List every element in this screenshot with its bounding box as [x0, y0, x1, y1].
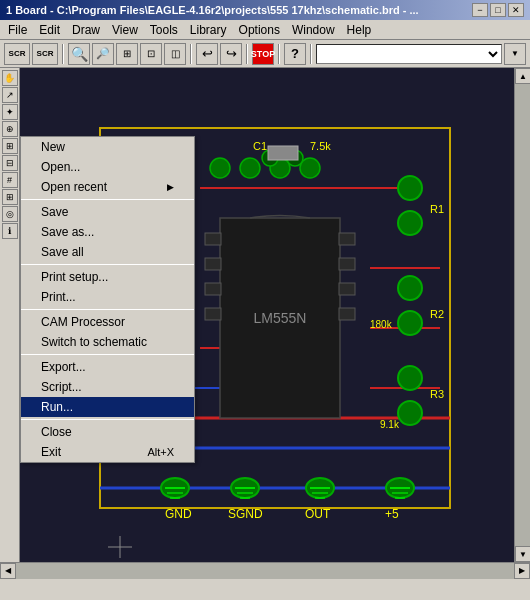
separator-1 — [21, 199, 194, 200]
svg-text:OUT: OUT — [305, 507, 331, 521]
menu-library[interactable]: Library — [184, 21, 233, 39]
svg-text:180k: 180k — [370, 319, 393, 330]
toolbar-sep5 — [310, 44, 312, 64]
help-button[interactable]: ? — [284, 43, 306, 65]
scroll-down-button[interactable]: ▼ — [515, 546, 530, 562]
menu-item-save-as[interactable]: Save as... — [21, 222, 194, 242]
title-bar-title: 1 Board - C:\Program Files\EAGLE-4.16r2\… — [6, 4, 419, 16]
toolbar: SCR SCR 🔍 🔎 ⊞ ⊡ ◫ ↩ ↪ STOP ? ▼ — [0, 40, 530, 68]
toolbar-sep2 — [190, 44, 192, 64]
svg-text:9.1k: 9.1k — [380, 419, 400, 430]
separator-4 — [21, 354, 194, 355]
title-bar: 1 Board - C:\Program Files\EAGLE-4.16r2\… — [0, 0, 530, 20]
menu-item-cam-processor[interactable]: CAM Processor — [21, 312, 194, 332]
menu-file[interactable]: File — [2, 21, 33, 39]
svg-point-32 — [398, 366, 422, 390]
menu-tools[interactable]: Tools — [144, 21, 184, 39]
menu-item-script[interactable]: Script... — [21, 377, 194, 397]
title-bar-controls: − □ ✕ — [472, 3, 524, 17]
main-area: ✋ ↗ ✦ ⊕ ⊞ ⊟ # ⊞ ◎ ℹ — [0, 68, 530, 562]
bottom-scrollbar: ◀ ▶ — [0, 562, 530, 578]
svg-text:R3: R3 — [430, 388, 444, 400]
scroll-track-vertical[interactable] — [515, 84, 530, 546]
svg-rect-17 — [339, 258, 355, 270]
layer-combo[interactable] — [316, 44, 502, 64]
menu-item-save[interactable]: Save — [21, 202, 194, 222]
svg-text:+5: +5 — [385, 507, 399, 521]
status-bar — [0, 578, 530, 596]
menu-help[interactable]: Help — [341, 21, 378, 39]
svg-text:R2: R2 — [430, 308, 444, 320]
svg-point-28 — [398, 176, 422, 200]
svg-rect-14 — [205, 283, 221, 295]
svg-point-30 — [398, 276, 422, 300]
svg-rect-19 — [339, 308, 355, 320]
menu-item-print[interactable]: Print... — [21, 287, 194, 307]
zoom-sel-button[interactable]: ⊡ — [140, 43, 162, 65]
left-btn-5[interactable]: ⊞ — [2, 138, 18, 154]
svg-text:7.5k: 7.5k — [310, 140, 331, 152]
svg-rect-27 — [268, 146, 298, 160]
combo-arrow[interactable]: ▼ — [504, 43, 526, 65]
left-btn-4[interactable]: ⊕ — [2, 121, 18, 137]
left-btn-3[interactable]: ✦ — [2, 104, 18, 120]
menu-item-open-recent[interactable]: Open recent ▶ — [21, 177, 194, 197]
left-btn-10[interactable]: ℹ — [2, 223, 18, 239]
maximize-button[interactable]: □ — [490, 3, 506, 17]
svg-text:LM555N: LM555N — [254, 310, 307, 326]
zoom-fit-button[interactable]: ⊞ — [116, 43, 138, 65]
left-btn-7[interactable]: # — [2, 172, 18, 188]
menu-item-exit[interactable]: Exit Alt+X — [21, 442, 194, 462]
svg-rect-12 — [205, 233, 221, 245]
menu-bar: File Edit Draw View Tools Library Option… — [0, 20, 530, 40]
zoom-in-button[interactable]: 🔍 — [68, 43, 90, 65]
svg-point-22 — [240, 158, 260, 178]
canvas-area[interactable]: LM555N — [20, 68, 514, 562]
menu-item-close[interactable]: Close — [21, 422, 194, 442]
toolbar-sep3 — [246, 44, 248, 64]
svg-text:SGND: SGND — [228, 507, 263, 521]
menu-item-switch-schematic[interactable]: Switch to schematic — [21, 332, 194, 352]
close-button[interactable]: ✕ — [508, 3, 524, 17]
scroll-track-horizontal[interactable] — [16, 563, 514, 579]
menu-view[interactable]: View — [106, 21, 144, 39]
scroll-left-button[interactable]: ◀ — [0, 563, 16, 579]
zoom-out-button[interactable]: 🔎 — [92, 43, 114, 65]
left-btn-9[interactable]: ◎ — [2, 206, 18, 222]
left-btn-6[interactable]: ⊟ — [2, 155, 18, 171]
separator-5 — [21, 419, 194, 420]
menu-draw[interactable]: Draw — [66, 21, 106, 39]
toolbar-sep4 — [278, 44, 280, 64]
scroll-up-button[interactable]: ▲ — [515, 68, 530, 84]
toolbar-sep1 — [62, 44, 64, 64]
menu-item-export[interactable]: Export... — [21, 357, 194, 377]
menu-edit[interactable]: Edit — [33, 21, 66, 39]
left-btn-8[interactable]: ⊞ — [2, 189, 18, 205]
menu-item-open[interactable]: Open... — [21, 157, 194, 177]
minimize-button[interactable]: − — [472, 3, 488, 17]
svg-point-31 — [398, 311, 422, 335]
scr-button1[interactable]: SCR — [4, 43, 30, 65]
left-btn-1[interactable]: ✋ — [2, 70, 18, 86]
menu-item-exit-shortcut: Alt+X — [147, 446, 174, 458]
svg-text:C1: C1 — [253, 140, 267, 152]
svg-rect-18 — [339, 283, 355, 295]
svg-rect-15 — [205, 308, 221, 320]
menu-item-open-recent-label: Open recent — [41, 180, 107, 194]
menu-item-exit-label: Exit — [41, 445, 61, 459]
menu-item-run[interactable]: Run... — [21, 397, 194, 417]
svg-point-33 — [398, 401, 422, 425]
menu-item-save-all[interactable]: Save all — [21, 242, 194, 262]
menu-item-new[interactable]: New — [21, 137, 194, 157]
undo-button[interactable]: ↩ — [196, 43, 218, 65]
zoom-prev-button[interactable]: ◫ — [164, 43, 186, 65]
scr-button2[interactable]: SCR — [32, 43, 58, 65]
redo-button[interactable]: ↪ — [220, 43, 242, 65]
menu-window[interactable]: Window — [286, 21, 341, 39]
svg-point-29 — [398, 211, 422, 235]
scroll-right-button[interactable]: ▶ — [514, 563, 530, 579]
stop-button[interactable]: STOP — [252, 43, 274, 65]
menu-options[interactable]: Options — [233, 21, 286, 39]
left-btn-2[interactable]: ↗ — [2, 87, 18, 103]
menu-item-print-setup[interactable]: Print setup... — [21, 267, 194, 287]
